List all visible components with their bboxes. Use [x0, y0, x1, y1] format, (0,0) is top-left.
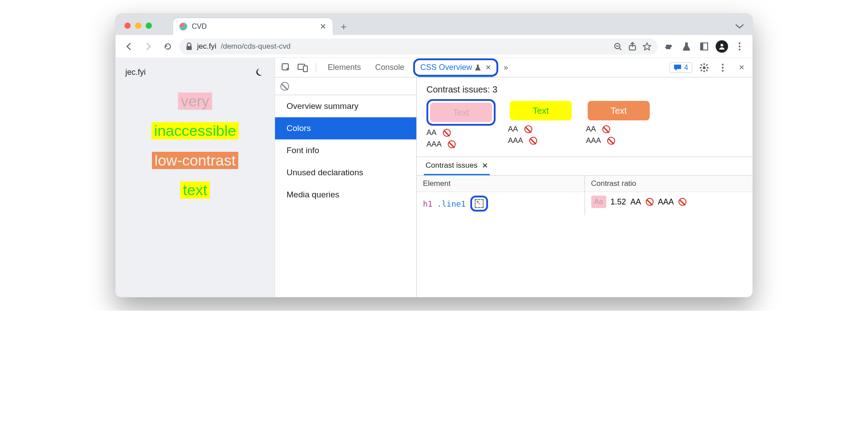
grade-aa-2: AA — [508, 125, 574, 134]
more-tabs-button[interactable]: » — [504, 63, 508, 72]
kebab-menu[interactable] — [732, 39, 747, 54]
svg-rect-6 — [701, 43, 703, 50]
fail-icon — [524, 125, 532, 133]
grade-aaa-1: AAA — [426, 140, 496, 149]
minimize-window-button[interactable] — [135, 23, 141, 29]
details-tab-contrast[interactable]: Contrast issues ✕ — [424, 158, 490, 175]
maximize-window-button[interactable] — [146, 23, 152, 29]
sidebar-item-media-queries[interactable]: Media queries — [275, 184, 416, 206]
tab-title: CVD — [192, 23, 315, 31]
close-devtools-button[interactable]: ✕ — [735, 61, 748, 74]
settings-icon[interactable] — [698, 61, 711, 74]
swatch-col-3: Text AA AAA — [586, 99, 651, 149]
close-details-icon[interactable]: ✕ — [482, 161, 488, 170]
url-bar[interactable]: jec.fyi/demo/cds-quest-cvd — [179, 39, 658, 54]
browser-tab[interactable]: CVD ✕ — [173, 18, 333, 35]
close-tab-button[interactable]: ✕ — [320, 22, 326, 31]
site-title: jec.fyi — [125, 68, 146, 77]
urlbar-actions — [613, 42, 651, 51]
profile-avatar[interactable] — [714, 39, 729, 54]
element-row[interactable]: h1.line1 — [417, 192, 585, 215]
sidebar-item-unused-declarations[interactable]: Unused declarations — [275, 162, 416, 184]
element-class: .line1 — [437, 199, 466, 208]
col-ratio-head: Contrast ratio — [585, 176, 753, 192]
fail-icon — [607, 137, 615, 145]
rendered-page: jec.fyi very inaccessible low-contrast t… — [116, 58, 275, 297]
devtools-right-controls: 4 ✕ — [670, 61, 748, 74]
reading-list-icon[interactable] — [697, 39, 712, 54]
sidebar-item-overview-summary[interactable]: Overview summary — [275, 95, 416, 117]
tab-elements[interactable]: Elements — [322, 60, 366, 75]
col-contrast-ratio: Contrast ratio Aa 1.52 AA AAA — [585, 176, 753, 215]
device-toggle-icon[interactable] — [296, 61, 310, 74]
devtools-kebab[interactable] — [716, 61, 729, 74]
svg-point-10 — [739, 49, 740, 50]
browser-window: CVD ✕ ＋ jec.fyi/demo/cds-quest-cvd — [115, 13, 753, 297]
grade-aaa-3: AAA — [586, 136, 651, 145]
contrast-swatch-3[interactable]: Text — [588, 101, 650, 120]
overview-main: Contrast issues: 3 Text AA AAA Text A — [417, 77, 752, 297]
svg-rect-13 — [303, 66, 307, 72]
sidebar-item-font-info[interactable]: Font info — [275, 139, 416, 162]
svg-line-21 — [701, 69, 702, 71]
svg-rect-0 — [186, 46, 192, 50]
contrast-chip: Aa — [591, 196, 606, 208]
aaa-label: AAA — [426, 140, 442, 149]
tab-strip: CVD ✕ ＋ — [116, 14, 752, 35]
labs-icon[interactable] — [679, 39, 694, 54]
contrast-issues-header: Contrast issues: 3 — [417, 77, 752, 99]
devtools-body: Overview summary Colors Font info Unused… — [275, 77, 752, 297]
svg-line-19 — [701, 64, 702, 66]
url-host: jec.fyi — [197, 42, 216, 51]
contrast-count: 3 — [492, 85, 497, 94]
inspect-element-icon[interactable] — [279, 61, 293, 74]
zoom-icon[interactable] — [613, 42, 622, 51]
ratio-row: Aa 1.52 AA AAA — [585, 192, 753, 212]
share-icon[interactable] — [628, 42, 636, 51]
contrast-swatch-1[interactable]: Text — [430, 103, 492, 122]
sidebar-item-colors[interactable]: Colors — [275, 117, 416, 139]
aa-label: AA — [586, 125, 596, 134]
svg-point-23 — [722, 64, 724, 66]
sample-text-line1: very — [178, 92, 212, 110]
contrast-details-panel: Contrast issues ✕ Element h1.line1 — [417, 157, 752, 215]
details-columns: Element h1.line1 Contrast ratio — [417, 176, 752, 215]
page-header: jec.fyi — [124, 66, 267, 86]
swatch-label: Text — [611, 106, 627, 116]
overview-sidebar: Overview summary Colors Font info Unused… — [275, 77, 417, 297]
new-tab-button[interactable]: ＋ — [337, 20, 350, 33]
svg-line-20 — [706, 69, 708, 71]
extensions-icon[interactable] — [661, 39, 676, 54]
dark-mode-toggle[interactable] — [252, 66, 265, 78]
clear-icon[interactable] — [280, 82, 289, 91]
reveal-in-elements-highlight — [470, 196, 488, 212]
lock-icon — [186, 42, 193, 50]
swatch-col-1: Text AA AAA — [426, 99, 496, 149]
tab-css-overview[interactable]: CSS Overview ✕ — [419, 62, 492, 73]
sample-text-line3: low-contrast — [152, 152, 238, 169]
back-button[interactable] — [121, 39, 137, 54]
tab-overflow-button[interactable] — [732, 22, 747, 31]
fail-icon — [529, 137, 537, 145]
forward-button[interactable] — [140, 39, 156, 54]
tab-console[interactable]: Console — [370, 60, 410, 75]
swatch-col-2: Text AA AAA — [508, 99, 574, 149]
details-tab-label: Contrast issues — [426, 161, 477, 170]
fail-icon — [678, 198, 686, 206]
swatch-label: Text — [453, 108, 469, 118]
window-controls — [121, 23, 155, 35]
close-window-button[interactable] — [124, 23, 131, 29]
fail-icon — [602, 125, 610, 133]
ratio-aaa: AAA — [658, 197, 674, 207]
bookmark-icon[interactable] — [643, 42, 651, 51]
contrast-swatch-2[interactable]: Text — [510, 101, 572, 120]
svg-point-9 — [739, 46, 740, 47]
sample-text-line2: inaccessible — [151, 122, 239, 139]
contrast-title-prefix: Contrast issues: — [426, 85, 492, 94]
col-element-head: Element — [417, 176, 585, 192]
reload-button[interactable] — [160, 39, 176, 54]
fail-icon — [443, 129, 451, 137]
reveal-in-elements-icon[interactable] — [475, 199, 484, 208]
issues-chip[interactable]: 4 — [670, 62, 692, 73]
close-tab-icon[interactable]: ✕ — [485, 63, 491, 72]
